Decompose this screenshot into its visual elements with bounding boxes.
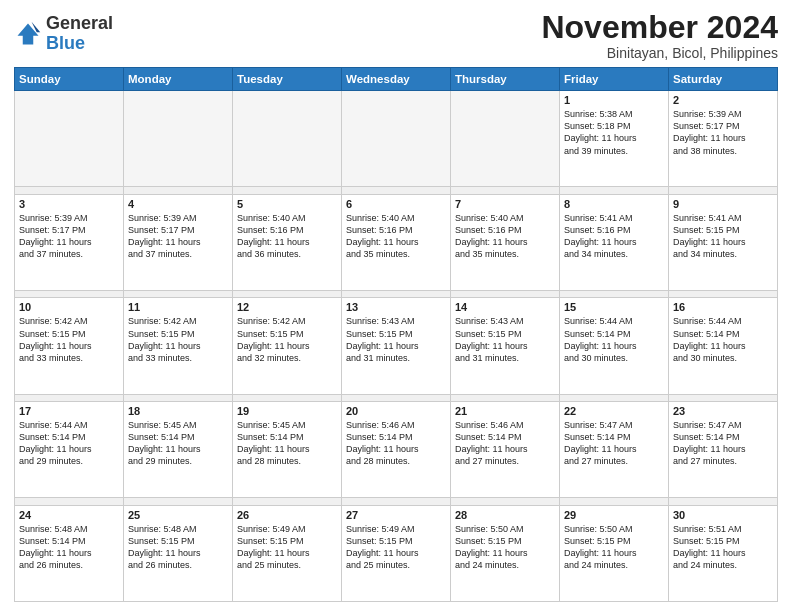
col-friday: Friday (560, 68, 669, 91)
day-content: Sunrise: 5:39 AMSunset: 5:17 PMDaylight:… (19, 212, 119, 261)
col-thursday: Thursday (451, 68, 560, 91)
calendar-week-row: 24Sunrise: 5:48 AMSunset: 5:14 PMDayligh… (15, 505, 778, 601)
day-number: 2 (673, 94, 773, 106)
day-content: Sunrise: 5:40 AMSunset: 5:16 PMDaylight:… (346, 212, 446, 261)
table-row (124, 91, 233, 187)
table-row: 22Sunrise: 5:47 AMSunset: 5:14 PMDayligh… (560, 402, 669, 498)
day-content: Sunrise: 5:46 AMSunset: 5:14 PMDaylight:… (346, 419, 446, 468)
table-row: 4Sunrise: 5:39 AMSunset: 5:17 PMDaylight… (124, 194, 233, 290)
month-title: November 2024 (541, 10, 778, 45)
day-content: Sunrise: 5:49 AMSunset: 5:15 PMDaylight:… (346, 523, 446, 572)
table-row: 18Sunrise: 5:45 AMSunset: 5:14 PMDayligh… (124, 402, 233, 498)
day-number: 28 (455, 509, 555, 521)
calendar-week-row: 3Sunrise: 5:39 AMSunset: 5:17 PMDaylight… (15, 194, 778, 290)
day-content: Sunrise: 5:45 AMSunset: 5:14 PMDaylight:… (237, 419, 337, 468)
day-number: 9 (673, 198, 773, 210)
day-number: 12 (237, 301, 337, 313)
day-number: 29 (564, 509, 664, 521)
day-content: Sunrise: 5:51 AMSunset: 5:15 PMDaylight:… (673, 523, 773, 572)
day-number: 27 (346, 509, 446, 521)
day-content: Sunrise: 5:43 AMSunset: 5:15 PMDaylight:… (346, 315, 446, 364)
header: General Blue November 2024 Binitayan, Bi… (14, 10, 778, 61)
day-number: 4 (128, 198, 228, 210)
day-number: 1 (564, 94, 664, 106)
day-number: 19 (237, 405, 337, 417)
table-row: 12Sunrise: 5:42 AMSunset: 5:15 PMDayligh… (233, 298, 342, 394)
day-number: 23 (673, 405, 773, 417)
table-row: 23Sunrise: 5:47 AMSunset: 5:14 PMDayligh… (669, 402, 778, 498)
day-content: Sunrise: 5:39 AMSunset: 5:17 PMDaylight:… (673, 108, 773, 157)
day-content: Sunrise: 5:47 AMSunset: 5:14 PMDaylight:… (673, 419, 773, 468)
day-number: 8 (564, 198, 664, 210)
calendar-table: Sunday Monday Tuesday Wednesday Thursday… (14, 67, 778, 602)
table-row: 16Sunrise: 5:44 AMSunset: 5:14 PMDayligh… (669, 298, 778, 394)
day-content: Sunrise: 5:45 AMSunset: 5:14 PMDaylight:… (128, 419, 228, 468)
row-divider (15, 187, 778, 194)
table-row: 11Sunrise: 5:42 AMSunset: 5:15 PMDayligh… (124, 298, 233, 394)
table-row (342, 91, 451, 187)
page: General Blue November 2024 Binitayan, Bi… (0, 0, 792, 612)
calendar-week-row: 10Sunrise: 5:42 AMSunset: 5:15 PMDayligh… (15, 298, 778, 394)
table-row: 2Sunrise: 5:39 AMSunset: 5:17 PMDaylight… (669, 91, 778, 187)
day-content: Sunrise: 5:50 AMSunset: 5:15 PMDaylight:… (564, 523, 664, 572)
day-number: 16 (673, 301, 773, 313)
table-row (233, 91, 342, 187)
day-content: Sunrise: 5:40 AMSunset: 5:16 PMDaylight:… (237, 212, 337, 261)
col-tuesday: Tuesday (233, 68, 342, 91)
day-content: Sunrise: 5:38 AMSunset: 5:18 PMDaylight:… (564, 108, 664, 157)
table-row: 6Sunrise: 5:40 AMSunset: 5:16 PMDaylight… (342, 194, 451, 290)
day-content: Sunrise: 5:44 AMSunset: 5:14 PMDaylight:… (564, 315, 664, 364)
table-row: 20Sunrise: 5:46 AMSunset: 5:14 PMDayligh… (342, 402, 451, 498)
day-number: 30 (673, 509, 773, 521)
day-content: Sunrise: 5:44 AMSunset: 5:14 PMDaylight:… (19, 419, 119, 468)
day-content: Sunrise: 5:41 AMSunset: 5:16 PMDaylight:… (564, 212, 664, 261)
table-row: 5Sunrise: 5:40 AMSunset: 5:16 PMDaylight… (233, 194, 342, 290)
day-number: 22 (564, 405, 664, 417)
day-number: 25 (128, 509, 228, 521)
calendar-week-row: 17Sunrise: 5:44 AMSunset: 5:14 PMDayligh… (15, 402, 778, 498)
day-number: 21 (455, 405, 555, 417)
table-row: 30Sunrise: 5:51 AMSunset: 5:15 PMDayligh… (669, 505, 778, 601)
table-row: 3Sunrise: 5:39 AMSunset: 5:17 PMDaylight… (15, 194, 124, 290)
day-number: 17 (19, 405, 119, 417)
day-number: 3 (19, 198, 119, 210)
table-row: 21Sunrise: 5:46 AMSunset: 5:14 PMDayligh… (451, 402, 560, 498)
table-row: 25Sunrise: 5:48 AMSunset: 5:15 PMDayligh… (124, 505, 233, 601)
table-row: 17Sunrise: 5:44 AMSunset: 5:14 PMDayligh… (15, 402, 124, 498)
table-row: 14Sunrise: 5:43 AMSunset: 5:15 PMDayligh… (451, 298, 560, 394)
day-number: 6 (346, 198, 446, 210)
table-row: 24Sunrise: 5:48 AMSunset: 5:14 PMDayligh… (15, 505, 124, 601)
col-sunday: Sunday (15, 68, 124, 91)
col-wednesday: Wednesday (342, 68, 451, 91)
day-content: Sunrise: 5:47 AMSunset: 5:14 PMDaylight:… (564, 419, 664, 468)
day-content: Sunrise: 5:42 AMSunset: 5:15 PMDaylight:… (19, 315, 119, 364)
row-divider (15, 498, 778, 505)
day-number: 10 (19, 301, 119, 313)
table-row: 7Sunrise: 5:40 AMSunset: 5:16 PMDaylight… (451, 194, 560, 290)
day-number: 26 (237, 509, 337, 521)
day-content: Sunrise: 5:44 AMSunset: 5:14 PMDaylight:… (673, 315, 773, 364)
table-row: 9Sunrise: 5:41 AMSunset: 5:15 PMDaylight… (669, 194, 778, 290)
day-content: Sunrise: 5:42 AMSunset: 5:15 PMDaylight:… (237, 315, 337, 364)
table-row: 10Sunrise: 5:42 AMSunset: 5:15 PMDayligh… (15, 298, 124, 394)
day-content: Sunrise: 5:42 AMSunset: 5:15 PMDaylight:… (128, 315, 228, 364)
calendar-week-row: 1Sunrise: 5:38 AMSunset: 5:18 PMDaylight… (15, 91, 778, 187)
logo: General Blue (14, 14, 113, 54)
day-number: 24 (19, 509, 119, 521)
table-row: 29Sunrise: 5:50 AMSunset: 5:15 PMDayligh… (560, 505, 669, 601)
table-row: 13Sunrise: 5:43 AMSunset: 5:15 PMDayligh… (342, 298, 451, 394)
table-row: 27Sunrise: 5:49 AMSunset: 5:15 PMDayligh… (342, 505, 451, 601)
day-content: Sunrise: 5:46 AMSunset: 5:14 PMDaylight:… (455, 419, 555, 468)
day-number: 13 (346, 301, 446, 313)
day-content: Sunrise: 5:50 AMSunset: 5:15 PMDaylight:… (455, 523, 555, 572)
day-number: 14 (455, 301, 555, 313)
day-number: 15 (564, 301, 664, 313)
table-row (451, 91, 560, 187)
day-number: 7 (455, 198, 555, 210)
table-row: 8Sunrise: 5:41 AMSunset: 5:16 PMDaylight… (560, 194, 669, 290)
calendar-header-row: Sunday Monday Tuesday Wednesday Thursday… (15, 68, 778, 91)
day-content: Sunrise: 5:48 AMSunset: 5:15 PMDaylight:… (128, 523, 228, 572)
row-divider (15, 394, 778, 401)
row-divider (15, 291, 778, 298)
day-content: Sunrise: 5:39 AMSunset: 5:17 PMDaylight:… (128, 212, 228, 261)
